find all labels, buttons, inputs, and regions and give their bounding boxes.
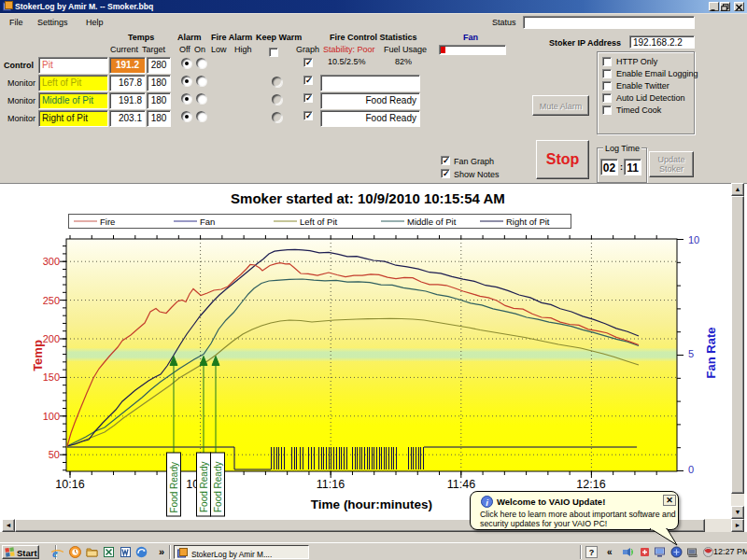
svg-text:Temp: Temp xyxy=(31,340,45,371)
svg-text:150: 150 xyxy=(43,371,60,383)
svg-text:10: 10 xyxy=(688,234,699,245)
svg-text:11:16: 11:16 xyxy=(317,478,345,491)
svg-text:300: 300 xyxy=(43,256,60,267)
svg-text:Left of Pit: Left of Pit xyxy=(300,217,337,227)
svg-text:50: 50 xyxy=(49,449,60,460)
svg-text:Time (hour:minutes): Time (hour:minutes) xyxy=(311,497,432,511)
svg-text:Middle of Pit: Middle of Pit xyxy=(407,217,457,227)
svg-text:Food Ready: Food Ready xyxy=(169,462,179,512)
svg-text:Food Ready: Food Ready xyxy=(199,462,209,512)
svg-text:Fan Rate: Fan Rate xyxy=(704,328,718,379)
svg-text:Fire: Fire xyxy=(100,217,115,227)
svg-text:0: 0 xyxy=(688,464,694,475)
svg-text:Smoker started at: 10/9/2010 1: Smoker started at: 10/9/2010 10:15:54 AM xyxy=(231,190,505,206)
svg-text:100: 100 xyxy=(43,411,60,422)
svg-text:250: 250 xyxy=(43,295,60,306)
svg-text:5: 5 xyxy=(688,348,694,359)
svg-text:Right of Pit: Right of Pit xyxy=(506,217,550,227)
svg-text:10:16: 10:16 xyxy=(55,478,84,491)
svg-text:Fan: Fan xyxy=(200,217,215,227)
svg-text:11:46: 11:46 xyxy=(447,478,475,491)
svg-text:200: 200 xyxy=(43,333,60,344)
svg-text:Food Ready: Food Ready xyxy=(213,462,223,512)
svg-text:12:16: 12:16 xyxy=(576,478,605,491)
svg-text:i: i xyxy=(486,497,488,508)
